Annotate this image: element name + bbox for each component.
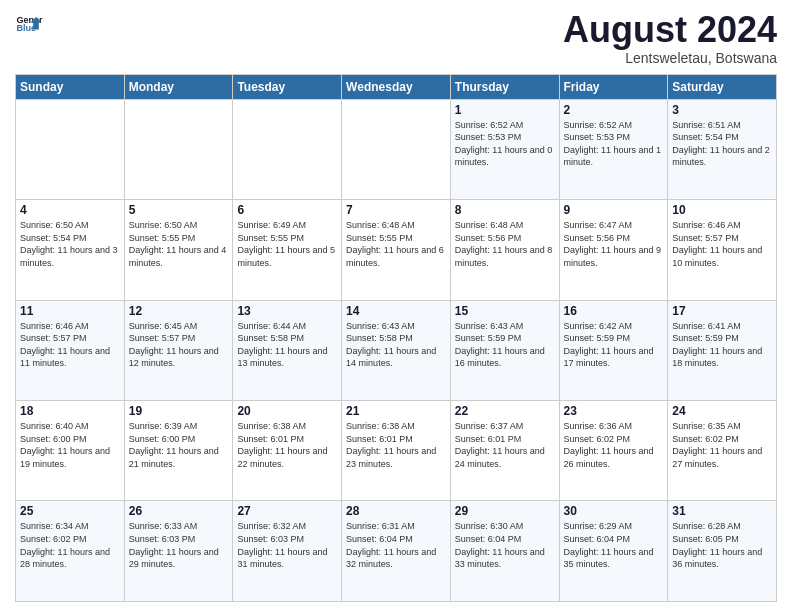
day-number: 28 — [346, 504, 446, 518]
calendar-col-header: Thursday — [450, 74, 559, 99]
day-info: Sunrise: 6:28 AM Sunset: 6:05 PM Dayligh… — [672, 520, 772, 570]
calendar-cell: 5Sunrise: 6:50 AM Sunset: 5:55 PM Daylig… — [124, 200, 233, 300]
calendar-cell: 9Sunrise: 6:47 AM Sunset: 5:56 PM Daylig… — [559, 200, 668, 300]
day-number: 30 — [564, 504, 664, 518]
calendar-cell: 19Sunrise: 6:39 AM Sunset: 6:00 PM Dayli… — [124, 401, 233, 501]
day-number: 15 — [455, 304, 555, 318]
calendar-cell — [342, 99, 451, 199]
day-number: 10 — [672, 203, 772, 217]
calendar-cell — [16, 99, 125, 199]
calendar-cell: 28Sunrise: 6:31 AM Sunset: 6:04 PM Dayli… — [342, 501, 451, 602]
day-number: 22 — [455, 404, 555, 418]
day-info: Sunrise: 6:43 AM Sunset: 5:59 PM Dayligh… — [455, 320, 555, 370]
calendar-cell: 22Sunrise: 6:37 AM Sunset: 6:01 PM Dayli… — [450, 401, 559, 501]
day-info: Sunrise: 6:52 AM Sunset: 5:53 PM Dayligh… — [564, 119, 664, 169]
day-number: 29 — [455, 504, 555, 518]
calendar-cell: 8Sunrise: 6:48 AM Sunset: 5:56 PM Daylig… — [450, 200, 559, 300]
day-info: Sunrise: 6:32 AM Sunset: 6:03 PM Dayligh… — [237, 520, 337, 570]
calendar-cell: 3Sunrise: 6:51 AM Sunset: 5:54 PM Daylig… — [668, 99, 777, 199]
day-number: 23 — [564, 404, 664, 418]
day-number: 14 — [346, 304, 446, 318]
day-number: 17 — [672, 304, 772, 318]
day-info: Sunrise: 6:44 AM Sunset: 5:58 PM Dayligh… — [237, 320, 337, 370]
day-number: 24 — [672, 404, 772, 418]
calendar-cell: 14Sunrise: 6:43 AM Sunset: 5:58 PM Dayli… — [342, 300, 451, 400]
calendar-week-row: 18Sunrise: 6:40 AM Sunset: 6:00 PM Dayli… — [16, 401, 777, 501]
day-info: Sunrise: 6:29 AM Sunset: 6:04 PM Dayligh… — [564, 520, 664, 570]
calendar-week-row: 11Sunrise: 6:46 AM Sunset: 5:57 PM Dayli… — [16, 300, 777, 400]
day-info: Sunrise: 6:43 AM Sunset: 5:58 PM Dayligh… — [346, 320, 446, 370]
day-info: Sunrise: 6:46 AM Sunset: 5:57 PM Dayligh… — [672, 219, 772, 269]
day-number: 31 — [672, 504, 772, 518]
day-info: Sunrise: 6:39 AM Sunset: 6:00 PM Dayligh… — [129, 420, 229, 470]
calendar-week-row: 1Sunrise: 6:52 AM Sunset: 5:53 PM Daylig… — [16, 99, 777, 199]
day-number: 25 — [20, 504, 120, 518]
calendar-cell: 25Sunrise: 6:34 AM Sunset: 6:02 PM Dayli… — [16, 501, 125, 602]
title-block: August 2024 Lentsweletau, Botswana — [563, 10, 777, 66]
day-info: Sunrise: 6:47 AM Sunset: 5:56 PM Dayligh… — [564, 219, 664, 269]
main-title: August 2024 — [563, 10, 777, 50]
calendar-col-header: Monday — [124, 74, 233, 99]
day-info: Sunrise: 6:50 AM Sunset: 5:54 PM Dayligh… — [20, 219, 120, 269]
day-info: Sunrise: 6:42 AM Sunset: 5:59 PM Dayligh… — [564, 320, 664, 370]
calendar-cell: 21Sunrise: 6:38 AM Sunset: 6:01 PM Dayli… — [342, 401, 451, 501]
day-info: Sunrise: 6:49 AM Sunset: 5:55 PM Dayligh… — [237, 219, 337, 269]
calendar-cell: 6Sunrise: 6:49 AM Sunset: 5:55 PM Daylig… — [233, 200, 342, 300]
calendar-cell: 12Sunrise: 6:45 AM Sunset: 5:57 PM Dayli… — [124, 300, 233, 400]
calendar-cell: 15Sunrise: 6:43 AM Sunset: 5:59 PM Dayli… — [450, 300, 559, 400]
calendar-week-row: 25Sunrise: 6:34 AM Sunset: 6:02 PM Dayli… — [16, 501, 777, 602]
day-info: Sunrise: 6:45 AM Sunset: 5:57 PM Dayligh… — [129, 320, 229, 370]
calendar-cell: 1Sunrise: 6:52 AM Sunset: 5:53 PM Daylig… — [450, 99, 559, 199]
calendar-cell: 26Sunrise: 6:33 AM Sunset: 6:03 PM Dayli… — [124, 501, 233, 602]
day-number: 27 — [237, 504, 337, 518]
svg-text:Blue: Blue — [16, 23, 36, 33]
day-info: Sunrise: 6:48 AM Sunset: 5:56 PM Dayligh… — [455, 219, 555, 269]
day-info: Sunrise: 6:34 AM Sunset: 6:02 PM Dayligh… — [20, 520, 120, 570]
day-info: Sunrise: 6:30 AM Sunset: 6:04 PM Dayligh… — [455, 520, 555, 570]
logo-icon: General Blue — [15, 10, 43, 38]
day-info: Sunrise: 6:35 AM Sunset: 6:02 PM Dayligh… — [672, 420, 772, 470]
day-number: 16 — [564, 304, 664, 318]
day-number: 21 — [346, 404, 446, 418]
calendar-col-header: Wednesday — [342, 74, 451, 99]
calendar-cell: 10Sunrise: 6:46 AM Sunset: 5:57 PM Dayli… — [668, 200, 777, 300]
calendar-cell: 24Sunrise: 6:35 AM Sunset: 6:02 PM Dayli… — [668, 401, 777, 501]
day-number: 3 — [672, 103, 772, 117]
day-number: 8 — [455, 203, 555, 217]
calendar-cell: 23Sunrise: 6:36 AM Sunset: 6:02 PM Dayli… — [559, 401, 668, 501]
day-info: Sunrise: 6:41 AM Sunset: 5:59 PM Dayligh… — [672, 320, 772, 370]
day-number: 7 — [346, 203, 446, 217]
calendar-cell: 16Sunrise: 6:42 AM Sunset: 5:59 PM Dayli… — [559, 300, 668, 400]
day-number: 9 — [564, 203, 664, 217]
day-info: Sunrise: 6:50 AM Sunset: 5:55 PM Dayligh… — [129, 219, 229, 269]
day-info: Sunrise: 6:33 AM Sunset: 6:03 PM Dayligh… — [129, 520, 229, 570]
calendar-cell — [124, 99, 233, 199]
calendar-col-header: Friday — [559, 74, 668, 99]
day-number: 26 — [129, 504, 229, 518]
day-info: Sunrise: 6:37 AM Sunset: 6:01 PM Dayligh… — [455, 420, 555, 470]
calendar-cell: 17Sunrise: 6:41 AM Sunset: 5:59 PM Dayli… — [668, 300, 777, 400]
day-number: 20 — [237, 404, 337, 418]
calendar-cell: 20Sunrise: 6:38 AM Sunset: 6:01 PM Dayli… — [233, 401, 342, 501]
day-info: Sunrise: 6:46 AM Sunset: 5:57 PM Dayligh… — [20, 320, 120, 370]
day-number: 19 — [129, 404, 229, 418]
day-number: 4 — [20, 203, 120, 217]
calendar-cell: 29Sunrise: 6:30 AM Sunset: 6:04 PM Dayli… — [450, 501, 559, 602]
day-info: Sunrise: 6:52 AM Sunset: 5:53 PM Dayligh… — [455, 119, 555, 169]
day-number: 1 — [455, 103, 555, 117]
calendar-col-header: Sunday — [16, 74, 125, 99]
day-info: Sunrise: 6:51 AM Sunset: 5:54 PM Dayligh… — [672, 119, 772, 169]
calendar-cell: 18Sunrise: 6:40 AM Sunset: 6:00 PM Dayli… — [16, 401, 125, 501]
calendar-cell: 2Sunrise: 6:52 AM Sunset: 5:53 PM Daylig… — [559, 99, 668, 199]
day-number: 11 — [20, 304, 120, 318]
day-number: 13 — [237, 304, 337, 318]
calendar-col-header: Saturday — [668, 74, 777, 99]
calendar-cell: 31Sunrise: 6:28 AM Sunset: 6:05 PM Dayli… — [668, 501, 777, 602]
calendar-cell: 13Sunrise: 6:44 AM Sunset: 5:58 PM Dayli… — [233, 300, 342, 400]
subtitle: Lentsweletau, Botswana — [563, 50, 777, 66]
calendar-header: SundayMondayTuesdayWednesdayThursdayFrid… — [16, 74, 777, 99]
logo: General Blue — [15, 10, 43, 38]
calendar-cell — [233, 99, 342, 199]
calendar-cell: 30Sunrise: 6:29 AM Sunset: 6:04 PM Dayli… — [559, 501, 668, 602]
day-number: 12 — [129, 304, 229, 318]
